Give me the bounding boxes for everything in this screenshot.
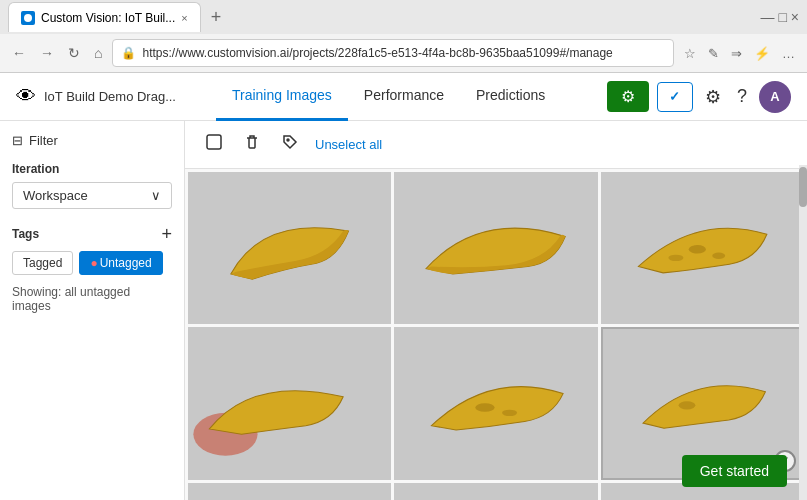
header-nav: Training Images Performance Predictions: [216, 73, 561, 121]
browser-nav-icons: ☆ ✎ ⇒ ⚡ …: [680, 42, 799, 65]
iteration-dropdown[interactable]: Workspace ∨: [12, 182, 172, 209]
train-icon: ⚙: [621, 87, 635, 106]
back-btn[interactable]: ←: [8, 41, 30, 65]
address-text: https://www.customvision.ai/projects/228…: [142, 46, 665, 60]
header-right: ⚙ ✓ ⚙ ? A: [607, 81, 791, 113]
main-layout: ⊟ Filter Iteration Workspace ∨ Tags + Ta…: [0, 121, 807, 500]
nav-predictions[interactable]: Predictions: [460, 73, 561, 121]
untagged-filter-btn[interactable]: ●Untagged: [79, 251, 162, 275]
app-header: 👁 IoT Build Demo Drag... Training Images…: [0, 73, 807, 121]
image-toolbar: Unselect all: [185, 121, 807, 169]
more-btn[interactable]: …: [778, 42, 799, 65]
check-icon: ✓: [669, 89, 680, 104]
iteration-section-title: Iteration: [12, 162, 172, 176]
image-cell-1[interactable]: [188, 172, 391, 324]
sidebar: ⊟ Filter Iteration Workspace ∨ Tags + Ta…: [0, 121, 185, 500]
tab-close-btn[interactable]: ×: [181, 12, 187, 24]
tab-favicon: [21, 11, 35, 25]
untagged-dot: ●: [90, 256, 97, 270]
filter-icon: ⊟: [12, 133, 23, 148]
image-cell-8[interactable]: ✓: [394, 483, 597, 500]
settings-btn[interactable]: ⚙: [701, 82, 725, 112]
quick-test-btn[interactable]: ✓: [657, 82, 693, 112]
get-started-btn[interactable]: Get started: [682, 455, 787, 487]
iteration-value: Workspace: [23, 188, 88, 203]
refresh-btn[interactable]: ↻: [64, 41, 84, 65]
pen-btn[interactable]: ✎: [704, 42, 723, 65]
nav-performance[interactable]: Performance: [348, 73, 460, 121]
train-btn[interactable]: ⚙: [607, 81, 649, 112]
app-logo: 👁 IoT Build Demo Drag...: [16, 85, 176, 108]
image-grid: ✓ ✓: [185, 169, 807, 500]
svg-point-15: [678, 402, 695, 410]
image-cell-7[interactable]: ✓: [188, 483, 391, 500]
share-btn[interactable]: ⇒: [727, 42, 746, 65]
svg-point-2: [287, 139, 289, 141]
tag-btn[interactable]: [277, 129, 303, 160]
svg-point-7: [712, 253, 725, 259]
filter-toggle[interactable]: ⊟ Filter: [12, 133, 172, 148]
eye-icon: 👁: [16, 85, 36, 108]
showing-text: Showing: all untagged images: [12, 285, 172, 313]
tag-filter-buttons: Tagged ●Untagged: [12, 251, 172, 275]
svg-point-0: [24, 14, 32, 22]
add-tag-btn[interactable]: +: [161, 225, 172, 243]
unselect-all-btn[interactable]: Unselect all: [315, 137, 382, 152]
delete-btn[interactable]: [239, 129, 265, 160]
nav-training-images[interactable]: Training Images: [216, 73, 348, 121]
scrollbar[interactable]: [799, 165, 807, 500]
window-controls: — □ ×: [761, 9, 799, 25]
help-btn[interactable]: ?: [733, 82, 751, 111]
image-content-area: Unselect all: [185, 121, 807, 500]
tab-bar: Custom Vision: IoT Buil... × + — □ ×: [0, 0, 807, 34]
scrollbar-thumb[interactable]: [799, 167, 807, 207]
svg-point-8: [668, 255, 683, 261]
svg-rect-1: [207, 135, 221, 149]
svg-point-12: [476, 404, 495, 413]
browser-nav: ← → ↻ ⌂ 🔒 https://www.customvision.ai/pr…: [0, 34, 807, 72]
filter-label: Filter: [29, 133, 58, 148]
browser-chrome: Custom Vision: IoT Buil... × + — □ × ← →…: [0, 0, 807, 73]
svg-rect-20: [394, 483, 597, 500]
tags-section-title: Tags: [12, 227, 39, 241]
new-tab-btn[interactable]: +: [205, 7, 228, 28]
svg-rect-16: [188, 483, 391, 500]
extensions-btn[interactable]: ⚡: [750, 42, 774, 65]
image-cell-2[interactable]: [394, 172, 597, 324]
svg-point-13: [502, 410, 517, 416]
forward-btn[interactable]: →: [36, 41, 58, 65]
tab-title: Custom Vision: IoT Buil...: [41, 11, 175, 25]
dropdown-arrow: ∨: [151, 188, 161, 203]
home-btn[interactable]: ⌂: [90, 41, 106, 65]
user-avatar[interactable]: A: [759, 81, 791, 113]
svg-point-6: [688, 245, 705, 254]
tagged-filter-btn[interactable]: Tagged: [12, 251, 73, 275]
image-cell-5[interactable]: [394, 327, 597, 479]
tags-header: Tags +: [12, 225, 172, 243]
address-bar[interactable]: 🔒 https://www.customvision.ai/projects/2…: [112, 39, 674, 67]
lock-icon: 🔒: [121, 46, 136, 60]
browser-tab[interactable]: Custom Vision: IoT Buil... ×: [8, 2, 201, 32]
select-all-btn[interactable]: [201, 129, 227, 160]
image-cell-4[interactable]: [188, 327, 391, 479]
bookmark-btn[interactable]: ☆: [680, 42, 700, 65]
app-title: IoT Build Demo Drag...: [44, 89, 176, 104]
image-cell-3[interactable]: [601, 172, 804, 324]
